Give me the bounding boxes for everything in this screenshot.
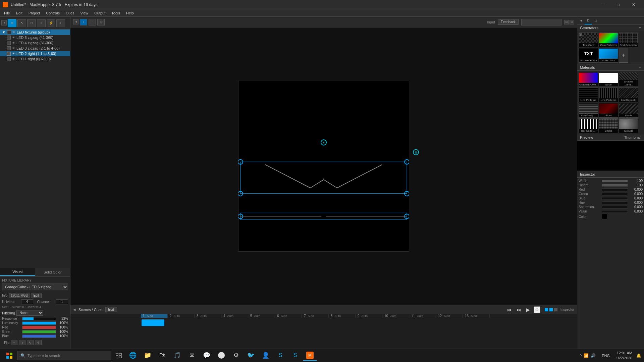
tree-item-eye[interactable]: 👁: [12, 52, 15, 55]
thumb-gradient-color[interactable]: Gradient Colo..: [579, 72, 598, 87]
filtering-select[interactable]: None: [16, 310, 43, 316]
height-slider[interactable]: [602, 184, 628, 187]
blue-insp-slider[interactable]: [602, 197, 628, 200]
taskbar-music[interactable]: 🎵: [170, 350, 184, 361]
tree-item-eye[interactable]: 👁: [12, 47, 15, 50]
thumb-gridgenerator[interactable]: Grid Generator: [619, 33, 638, 47]
tree-item-checkbox[interactable]: [7, 41, 11, 45]
scene-cell-1[interactable]: 1Auto: [141, 314, 168, 318]
scene-cell-2[interactable]: 2Auto: [168, 314, 195, 318]
preview-fit-btn[interactable]: ⊞: [97, 19, 105, 25]
tree-item-checkbox[interactable]: [7, 52, 11, 56]
scene-cell-4[interactable]: 4Auto: [221, 314, 248, 318]
scene-cell-10[interactable]: 10Auto: [382, 314, 409, 318]
red-insp-slider[interactable]: [602, 188, 628, 191]
playback-settings-button[interactable]: ⚙: [534, 306, 540, 313]
fixture-edit-button[interactable]: Edit: [31, 293, 41, 298]
notification-icon[interactable]: 🔔: [636, 353, 641, 358]
play-button[interactable]: ▶: [524, 306, 532, 313]
thumb-solidcolor[interactable]: Solid Color: [599, 48, 618, 63]
thumb-line-patterns[interactable]: Line Patterns: [579, 87, 598, 102]
flip-h-button[interactable]: ↔: [11, 340, 17, 345]
tab-visual[interactable]: Visual: [0, 268, 35, 276]
menu-tools[interactable]: Tools: [109, 10, 123, 16]
minimize-button[interactable]: ─: [595, 0, 610, 9]
scene-cell-7[interactable]: 7Auto: [302, 314, 329, 318]
thumb-solidarray[interactable]: SolidArray ...: [579, 103, 598, 118]
green-slider[interactable]: [22, 330, 56, 334]
thumb-clouds[interactable]: iClouds: [619, 118, 638, 133]
tree-item-led5[interactable]: 👁 LED 5 zigzag (41-360): [0, 35, 70, 40]
taskbar-settings[interactable]: ⚙: [229, 350, 243, 361]
tree-group-eye[interactable]: 👁: [12, 31, 15, 34]
blue-slider[interactable]: [22, 335, 56, 338]
width-slider[interactable]: [602, 180, 628, 182]
taskbar-edge[interactable]: 🌐: [126, 350, 140, 361]
taskbar-bird[interactable]: 🐦: [244, 350, 258, 361]
menu-view[interactable]: View: [78, 10, 91, 16]
tool-select[interactable]: ⊕: [8, 19, 16, 27]
universe-input[interactable]: [21, 299, 33, 304]
fixture-dropdown[interactable]: GarageCube - LED 5 zigzag: [2, 284, 68, 290]
scene-cell-12[interactable]: 12Auto: [436, 314, 463, 318]
tool-add[interactable]: +: [56, 19, 65, 27]
right-tab-3[interactable]: □: [592, 17, 599, 24]
taskbar-madmapper[interactable]: M: [303, 350, 317, 361]
rewind-button[interactable]: ⏮: [505, 306, 514, 313]
right-handle[interactable]: ⊕: [413, 149, 419, 155]
scene-bar-active[interactable]: [142, 319, 164, 326]
clock[interactable]: 12:01 AM 1/22/2020: [613, 351, 635, 360]
menu-controls[interactable]: Controls: [43, 10, 62, 16]
right-tab-2[interactable]: □: [585, 17, 592, 24]
collapse-left[interactable]: ◀: [73, 19, 78, 24]
flip-l-button[interactable]: ↺: [35, 340, 42, 345]
tree-group-checkbox[interactable]: [7, 30, 11, 34]
network-icon[interactable]: 📶: [584, 353, 589, 358]
flip-r-button[interactable]: ↻: [27, 340, 34, 345]
thumb-dunes[interactable]: Dunie: [619, 103, 638, 118]
canvas-area[interactable]: + ⊕: [70, 27, 577, 305]
value-slider[interactable]: [602, 210, 628, 213]
volume-icon[interactable]: 🔊: [591, 353, 596, 358]
thumb-barcode[interactable]: Bar Code ...: [579, 118, 598, 133]
tree-item-eye[interactable]: 👁: [12, 57, 15, 61]
menu-edit[interactable]: Edit: [13, 10, 25, 16]
channel-input[interactable]: [56, 299, 68, 304]
response-slider[interactable]: [22, 317, 56, 320]
view-btn-1[interactable]: □: [564, 20, 569, 24]
thumb-testcard[interactable]: ◀ Test Card: [579, 33, 598, 47]
red-slider[interactable]: [22, 326, 56, 329]
scene-cell-11[interactable]: 11Auto: [409, 314, 436, 318]
menu-file[interactable]: File: [1, 10, 13, 16]
thumb-shapes[interactable]: Shapes ...and...: [619, 72, 638, 87]
tool-quad[interactable]: □: [27, 19, 36, 27]
thumb-linerepeat[interactable]: LineRepeat i: [619, 87, 638, 102]
start-button[interactable]: [3, 350, 16, 361]
thumb-strob[interactable]: Strob: [599, 72, 618, 87]
taskbar-skype2[interactable]: S: [288, 350, 302, 361]
panel-tab-1[interactable]: ◀: [1, 20, 7, 25]
luminosity-slider[interactable]: [22, 321, 56, 325]
scenes-collapse[interactable]: ◀: [73, 308, 76, 311]
menu-cues[interactable]: Cues: [63, 10, 77, 16]
green-insp-slider[interactable]: [602, 193, 628, 195]
sq-3[interactable]: [554, 308, 557, 311]
thumb-line-patterns2[interactable]: Line Patterns: [599, 87, 618, 102]
fast-forward-button[interactable]: ⏭: [515, 306, 523, 313]
saturation-slider[interactable]: [602, 206, 628, 208]
taskbar-whatsapp[interactable]: 💬: [200, 350, 213, 361]
preview-minus-btn[interactable]: −: [89, 19, 96, 25]
right-tab-1[interactable]: ◀: [577, 17, 585, 24]
thumb-colorpatterns[interactable]: ColorPatterns: [599, 33, 618, 47]
scene-cell-5[interactable]: 5Auto: [248, 314, 275, 318]
preview-add-btn[interactable]: +: [80, 19, 87, 25]
taskbar-store[interactable]: 🛍: [156, 350, 169, 361]
tool-move[interactable]: ↖: [17, 19, 26, 27]
taskbar-search[interactable]: 🔍 Type here to search: [17, 351, 111, 360]
scenes-edit-button[interactable]: Edit: [105, 307, 117, 312]
hue-slider[interactable]: [602, 201, 628, 204]
tree-item-checkbox[interactable]: [7, 57, 11, 61]
language-button[interactable]: ENG: [600, 354, 612, 358]
tree-item-led2[interactable]: 👁 LED 2 right (1-1 to 3-60): [0, 51, 70, 56]
thumb-textgenerator[interactable]: TXT Text Generator: [579, 48, 598, 63]
